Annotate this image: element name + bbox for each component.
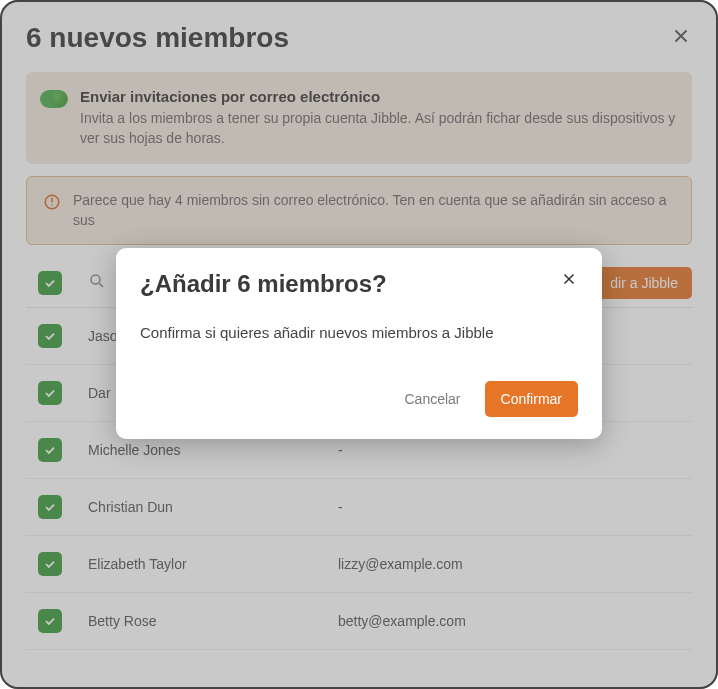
cancel-button[interactable]: Cancelar	[399, 383, 467, 415]
dialog-actions: Cancelar Confirmar	[140, 381, 578, 417]
modal-overlay: ¿Añadir 6 miembros? Confirma si quieres …	[0, 0, 718, 689]
dialog-header: ¿Añadir 6 miembros?	[140, 270, 578, 298]
confirm-dialog: ¿Añadir 6 miembros? Confirma si quieres …	[116, 248, 602, 439]
dialog-title: ¿Añadir 6 miembros?	[140, 270, 387, 298]
dialog-body: Confirma si quieres añadir nuevos miembr…	[140, 324, 578, 341]
confirm-button[interactable]: Confirmar	[485, 381, 578, 417]
close-icon[interactable]	[560, 270, 578, 292]
